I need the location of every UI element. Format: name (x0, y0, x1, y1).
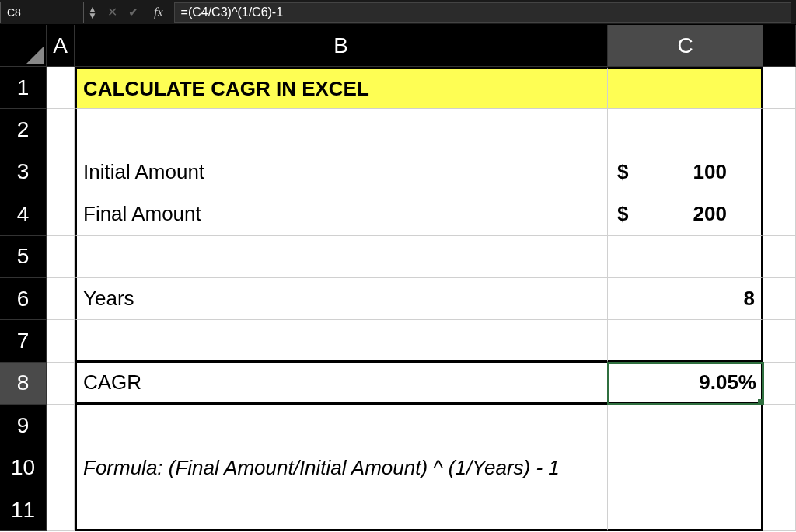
col-header-c[interactable]: C (608, 25, 763, 67)
cell-c4-final-value[interactable]: $ 200 (608, 193, 763, 235)
cell-d4[interactable] (763, 193, 796, 235)
cell-d1[interactable] (763, 67, 796, 109)
cell-b2[interactable] (75, 109, 608, 151)
cell-b3-initial-label[interactable]: Initial Amount (75, 151, 608, 193)
cell-b6-years-label[interactable]: Years (75, 278, 608, 320)
currency-value: 100 (693, 160, 755, 184)
chevron-down-icon[interactable]: ▼ (88, 12, 97, 19)
cell-d6[interactable] (763, 278, 796, 320)
enter-icon[interactable]: ✔ (128, 5, 138, 19)
cell-c2[interactable] (608, 109, 763, 151)
cell-d5[interactable] (763, 236, 796, 278)
cell-a10[interactable] (47, 447, 75, 489)
cell-b8-cagr-label[interactable]: CAGR (75, 363, 608, 405)
cell-b10-formula-note[interactable]: Formula: (Final Amount/Initial Amount) ^… (75, 447, 608, 489)
cell-a7[interactable] (47, 320, 75, 362)
cell-d9[interactable] (763, 405, 796, 447)
currency-symbol: $ (614, 160, 628, 184)
cell-c10[interactable] (608, 447, 763, 489)
row-header-9[interactable]: 9 (0, 405, 47, 447)
cell-d7[interactable] (763, 320, 796, 362)
col-header-end[interactable] (763, 25, 796, 67)
row-header-4[interactable]: 4 (0, 193, 47, 235)
cell-d3[interactable] (763, 151, 796, 193)
cell-c5[interactable] (608, 236, 763, 278)
row-header-5[interactable]: 5 (0, 236, 47, 278)
cell-c9[interactable] (608, 405, 763, 447)
row-header-10[interactable]: 10 (0, 447, 47, 489)
cell-c3-initial-value[interactable]: $ 100 (608, 151, 763, 193)
name-box[interactable]: C8 (0, 2, 84, 23)
cell-b7[interactable] (75, 320, 608, 362)
formula-input[interactable] (174, 2, 791, 23)
fx-icon[interactable]: fx (149, 5, 168, 19)
formula-controls: ✕ ✔ fx (101, 5, 174, 19)
cell-d2[interactable] (763, 109, 796, 151)
select-all-corner[interactable] (0, 25, 47, 67)
cell-a9[interactable] (47, 405, 75, 447)
cell-a1[interactable] (47, 67, 75, 109)
cell-a2[interactable] (47, 109, 75, 151)
cell-d11[interactable] (763, 489, 796, 531)
cell-c7[interactable] (608, 320, 763, 362)
spreadsheet-grid: A B C 1 CALCULATE CAGR IN EXCEL 2 3 Init… (0, 25, 796, 531)
cell-b11[interactable] (75, 489, 608, 531)
cell-a5[interactable] (47, 236, 75, 278)
cell-c1[interactable] (608, 67, 763, 109)
currency-value: 200 (693, 202, 755, 226)
row-header-11[interactable]: 11 (0, 489, 47, 531)
formula-bar: C8 ▲ ▼ ✕ ✔ fx (0, 0, 796, 25)
cell-a4[interactable] (47, 193, 75, 235)
currency-symbol: $ (614, 202, 628, 226)
cell-a6[interactable] (47, 278, 75, 320)
col-header-a[interactable]: A (47, 25, 75, 67)
cell-b5[interactable] (75, 236, 608, 278)
cell-a11[interactable] (47, 489, 75, 531)
cell-b1-title[interactable]: CALCULATE CAGR IN EXCEL (75, 67, 608, 109)
row-header-3[interactable]: 3 (0, 151, 47, 193)
row-header-1[interactable]: 1 (0, 67, 47, 109)
cell-c8-cagr-value[interactable]: 9.05% (608, 363, 763, 405)
col-header-b[interactable]: B (75, 25, 608, 67)
cell-d10[interactable] (763, 447, 796, 489)
cell-c6-years-value[interactable]: 8 (608, 278, 763, 320)
cell-d8[interactable] (763, 363, 796, 405)
row-header-8[interactable]: 8 (0, 363, 47, 405)
cell-c11[interactable] (608, 489, 763, 531)
row-header-6[interactable]: 6 (0, 278, 47, 320)
cell-a8[interactable] (47, 363, 75, 405)
cell-a3[interactable] (47, 151, 75, 193)
cell-b9[interactable] (75, 405, 608, 447)
cancel-icon[interactable]: ✕ (107, 5, 117, 19)
row-header-2[interactable]: 2 (0, 109, 47, 151)
active-cell-ref: C8 (7, 6, 21, 19)
name-box-stepper[interactable]: ▲ ▼ (84, 6, 101, 19)
cell-b4-final-label[interactable]: Final Amount (75, 193, 608, 235)
row-header-7[interactable]: 7 (0, 320, 47, 362)
